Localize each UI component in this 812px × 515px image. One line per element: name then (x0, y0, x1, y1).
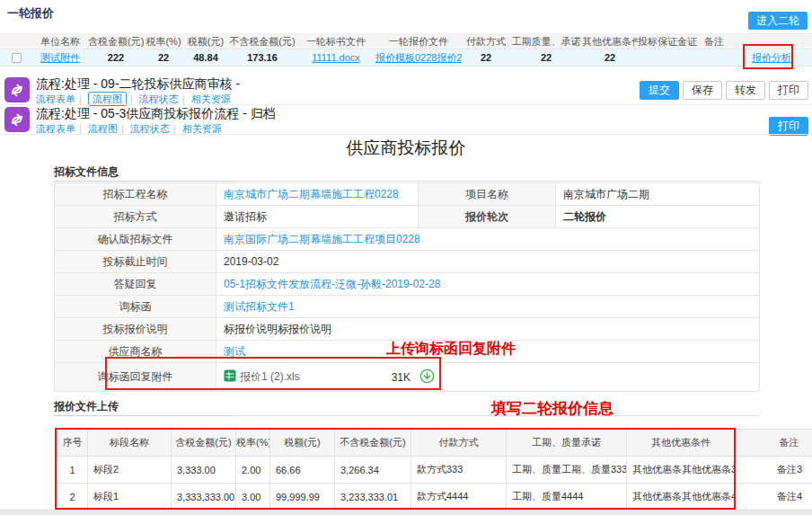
tab-related-resources[interactable]: 相关资源 (191, 93, 231, 104)
project-name-label: 项目名称 (419, 183, 556, 206)
qa-reply-label: 答疑回复 (55, 273, 216, 296)
cell-section-name: 标段1 (88, 484, 172, 511)
unit-name-link[interactable]: 测试附件 (40, 52, 80, 63)
header-other-benefits: 其他优惠条件 (627, 430, 736, 457)
section-quote-upload: 报价文件上传 (54, 397, 759, 416)
form-title: 供应商投标报价 (0, 137, 812, 160)
header-quality-commitment: 工期、质量承诺 (507, 430, 627, 457)
tab-flow-form[interactable]: 流程表单 (36, 123, 75, 134)
attachment-filesize: 31K (392, 371, 410, 384)
header-payment: 付款方式 (462, 34, 510, 49)
divider (0, 134, 812, 135)
project-name-value: 南京城市广场二期 (556, 183, 760, 206)
cell-tax-included: 222 (88, 49, 144, 67)
quote-file-link[interactable]: 报价模板0228报价2.xls (375, 52, 462, 63)
row-checkbox[interactable] (12, 53, 22, 63)
quote-round-label: 报价轮次 (419, 206, 556, 228)
quote-round-value: 二轮报价 (556, 206, 760, 228)
quote-desc-label: 投标报价说明 (55, 318, 216, 341)
header-remark: 备注 (736, 430, 812, 457)
submit-button[interactable]: 提交 (640, 81, 679, 100)
workflow-block-2: 流程:处理 - 05-3供应商投标报价流程 - 归档 流程表单| 流程图| 流程… (0, 105, 812, 134)
cell-tax-excluded: 3,266.34 (335, 457, 411, 484)
cell-payment: 款方式333 (411, 457, 507, 484)
forward-button[interactable]: 转发 (726, 81, 765, 100)
cell-remark: 备注4 (736, 484, 812, 511)
quote-table: 序号 标段名称 含税金额(元) 税率(%) 税额(元) 不含税金额(元) 付款方… (57, 429, 812, 511)
inquiry-label: 询标函 (55, 296, 216, 318)
cell-index: 2 (57, 484, 88, 511)
attachment-filename[interactable]: 报价1 (2).xls (240, 369, 392, 385)
cell-quality-commitment: 工期、质量工期、质量3333 (507, 457, 627, 484)
supplier-link[interactable]: 测试 (224, 345, 245, 358)
print-button[interactable]: 打印 (769, 117, 808, 136)
bid-info-table: 招标工程名称 南京城市广场二期幕墙施工工程0228 项目名称 南京城市广场二期 … (54, 182, 760, 392)
cell-tax-included: 3,333.00 (172, 457, 236, 484)
header-tax-amount: 税额(元) (183, 34, 228, 49)
print-button[interactable]: 打印 (769, 81, 808, 100)
bottom-strip (0, 510, 812, 515)
header-remark: 备注 (697, 34, 731, 49)
cell-payment: 款方式4444 (411, 484, 507, 511)
tab-flow-status[interactable]: 流程状态 (139, 93, 179, 104)
tab-related-resources[interactable]: 相关资源 (182, 123, 222, 134)
workflow2-title: 流程:处理 - 05-3供应商投标报价流程 - 归档 (36, 106, 276, 122)
bid-file-link[interactable]: 11111.docx (312, 52, 360, 63)
supplier-label: 供应商名称 (55, 341, 216, 363)
confirm-doc-link[interactable]: 南京国际广场二期幕墙施工工程项目0228 (224, 233, 420, 245)
header-tax-excluded: 不含税金额(元) (335, 430, 411, 457)
header-tax-excluded: 不含税金额(元) (228, 34, 296, 49)
header-tax-amount: 税额(元) (270, 430, 335, 457)
qa-reply-link[interactable]: 05-1招标文件发放流程-泛微-孙毅-2019-02-28 (224, 278, 440, 290)
tab-flow-status[interactable]: 流程状态 (130, 123, 170, 134)
cell-section-name: 标段2 (88, 457, 172, 484)
bid-project-link[interactable]: 南京城市广场二期幕墙施工工程0228 (224, 188, 399, 200)
header-tax-rate: 税率(%) (144, 34, 183, 49)
header-bid-file: 一轮标书文件 (296, 34, 375, 49)
round1-header-row: 单位名称 含税金额(元) 税率(%) 税额(元) 不含税金额(元) 一轮标书文件… (0, 34, 812, 49)
header-index: 序号 (57, 430, 88, 457)
cell-index: 1 (57, 457, 88, 484)
quote-row-2: 2 标段1 3,333,333.00 3.00 99,999.99 3,233,… (57, 484, 812, 511)
save-button[interactable]: 保存 (683, 81, 722, 100)
workflow-icon (4, 77, 30, 102)
download-icon[interactable] (419, 368, 435, 386)
cell-tax-included: 3,333,333.00 (172, 484, 236, 511)
header-bond: 投标保证金证... (638, 34, 697, 49)
page-title: 一轮报价 (7, 5, 54, 22)
header-unit-name: 单位名称 (32, 34, 88, 49)
quote-header-row: 序号 标段名称 含税金额(元) 税率(%) 税额(元) 不含税金额(元) 付款方… (57, 430, 812, 457)
cell-tax-amount: 66.66 (270, 457, 335, 484)
tab-flow-chart[interactable]: 流程图 (88, 123, 118, 134)
header-quality: 工期质量、承诺 (510, 34, 582, 49)
cell-bond (638, 49, 697, 67)
quote-analysis-link[interactable]: 报价分析 (752, 52, 791, 63)
section-bid-doc-info: 招标文件信息 (54, 163, 759, 182)
round1-table: 单位名称 含税金额(元) 税率(%) 税额(元) 不含税金额(元) 一轮标书文件… (0, 33, 812, 67)
inquiry-link[interactable]: 测试招标文件1 (224, 300, 295, 313)
workflow-block-1: 流程:处理 - 09-二轮投标供应商审核 - 流程表单| 流程图| 流程状态| … (0, 75, 812, 105)
round1-data-row: 测试附件 222 22 48.84 173.16 11111.docx 报价模板… (0, 49, 812, 67)
header-tax-included: 含税金额(元) (172, 430, 236, 457)
cell-tax-rate: 2.00 (236, 457, 270, 484)
enter-round2-button[interactable]: 进入二轮 (748, 12, 808, 30)
cell-remark (697, 49, 731, 67)
cell-remark: 备注3 (736, 457, 812, 484)
cell-tax-amount: 48.84 (183, 49, 228, 67)
screen: 一轮报价 进入二轮 单位名称 含税金额(元) 税率(%) 税额(元) 不含税金额… (0, 0, 812, 515)
bid-method-label: 招标方式 (55, 206, 216, 228)
attach-label: 询标函回复附件 (55, 363, 216, 392)
cell-quality-commitment: 工期、质量4444 (507, 484, 627, 511)
bid-method-value: 邀请招标 (216, 206, 419, 228)
attachment-item: 报价1 (2).xls 31K (224, 368, 435, 386)
cell-tax-excluded: 3,233,333.01 (335, 484, 411, 511)
cell-tax-amount: 99,999.99 (270, 484, 335, 511)
header-tax-included: 含税金额(元) (88, 34, 144, 49)
workflow-icon (4, 107, 30, 132)
cell-tax-rate: 22 (144, 49, 183, 67)
tab-flow-form[interactable]: 流程表单 (36, 93, 75, 104)
header-action (731, 34, 812, 49)
quote-desc-value: 标报价说明标报价说明 (216, 318, 760, 341)
quote-row-1: 1 标段2 3,333.00 2.00 66.66 3,266.34 款方式33… (57, 457, 812, 484)
cell-quality: 22 (510, 49, 582, 67)
